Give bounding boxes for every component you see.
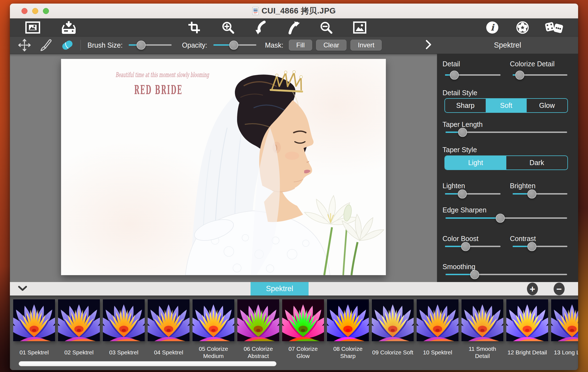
preset-thumbnail[interactable] [506, 299, 548, 341]
detail-style-soft[interactable]: Soft [486, 99, 526, 112]
toolbar-divider [80, 40, 81, 50]
preset-thumbnail[interactable] [237, 299, 279, 341]
minimize-button[interactable] [32, 8, 38, 14]
edge-sharpen-slider[interactable] [446, 214, 567, 223]
brush-size-slider[interactable] [129, 40, 172, 50]
preset-item[interactable]: 11 Smooth Detail [461, 299, 503, 360]
preset-label: 11 Smooth Detail [461, 344, 503, 360]
preset-item[interactable]: 04 Spektrel [148, 299, 189, 360]
app-window: CUI_4866 拷贝.JPG [10, 4, 578, 370]
mask-fill-button[interactable]: Fill [289, 40, 312, 51]
preset-thumbnail[interactable] [13, 299, 55, 341]
preset-item[interactable]: 06 Colorize Abstract [237, 299, 279, 360]
preset-item[interactable]: 05 Colorize Medium [193, 299, 234, 360]
smoothing-slider[interactable] [446, 270, 567, 279]
export-save-icon[interactable] [62, 21, 76, 34]
close-button[interactable] [21, 8, 28, 14]
filmstrip-scrollbar[interactable] [19, 361, 276, 366]
brush-tool-icon[interactable] [38, 37, 54, 53]
preset-label: 04 Spektrel [148, 344, 189, 360]
about-flower-icon[interactable] [516, 21, 529, 34]
preset-label: 05 Colorize Medium [193, 344, 234, 360]
randomize-dice-icon[interactable] [544, 21, 564, 34]
preset-label: 06 Colorize Abstract [237, 344, 279, 360]
preset-item[interactable]: 01 Spektrel [13, 299, 55, 360]
add-preset-button[interactable]: + [527, 283, 538, 295]
preset-item[interactable]: 12 Bright Detail [506, 299, 548, 360]
preset-item[interactable]: 13 Long Lines [551, 299, 578, 360]
zoom-out-icon[interactable] [320, 21, 333, 34]
taper-style-light[interactable]: Light [445, 156, 506, 169]
mask-clear-button[interactable]: Clear [316, 40, 347, 51]
brighten-slider[interactable] [513, 189, 567, 199]
preset-item[interactable]: 10 Spektrel [417, 299, 458, 360]
photo-canvas[interactable]: Beautiful time at this moment slowly blo… [61, 59, 386, 275]
lotus-thumbnail-image [103, 299, 145, 341]
photo-script-text: Beautiful time at this moment slowly blo… [116, 71, 210, 79]
opacity-slider[interactable] [213, 40, 256, 50]
traffic-lights [21, 4, 49, 18]
panel-header: Spektrel [437, 37, 578, 54]
main-toolbar: i [10, 18, 578, 37]
mask-label: Mask: [265, 41, 284, 49]
preset-label: 13 Long Lines [551, 344, 578, 360]
canvas-area[interactable]: Beautiful time at this moment slowly blo… [10, 54, 437, 282]
preset-list: 01 Spektrel 02 Spektrel 03 Spektrel [10, 299, 578, 360]
lotus-thumbnail-image [13, 299, 55, 341]
undo-icon[interactable] [254, 21, 266, 34]
preset-filmstrip: 01 Spektrel 02 Spektrel 03 Spektrel [10, 296, 578, 370]
eraser-tool-icon[interactable] [59, 37, 75, 53]
preset-thumbnail[interactable] [327, 299, 369, 341]
detail-style-sharp[interactable]: Sharp [445, 99, 486, 112]
collapse-presets-chevron-icon[interactable] [18, 286, 27, 292]
taper-style-segmented: Light Dark [444, 155, 568, 170]
open-image-icon[interactable] [25, 21, 40, 34]
colorize-detail-slider[interactable] [513, 70, 567, 80]
remove-preset-button[interactable]: − [554, 283, 565, 295]
preset-thumbnail[interactable] [103, 299, 145, 341]
preset-thumbnail[interactable] [193, 299, 234, 341]
contrast-slider[interactable] [513, 242, 567, 251]
detail-slider[interactable] [445, 70, 501, 80]
preset-thumbnail[interactable] [58, 299, 100, 341]
preset-thumbnail[interactable] [148, 299, 189, 341]
zoom-in-icon[interactable] [221, 21, 235, 34]
lotus-thumbnail-image [327, 299, 369, 341]
lotus-thumbnail-image [461, 299, 503, 341]
detail-style-glow[interactable]: Glow [527, 99, 567, 112]
opacity-label: Opacity: [182, 41, 207, 49]
current-preset-button[interactable]: Spektrel [251, 282, 309, 296]
photo-title-text: RED BRIDE [134, 83, 183, 97]
preset-item[interactable]: 08 Colorize Sharp [327, 299, 369, 360]
document-icon [252, 7, 259, 15]
preset-thumbnail[interactable] [461, 299, 503, 341]
preset-item[interactable]: 03 Spektrel [103, 299, 145, 360]
move-tool-icon[interactable] [17, 37, 32, 53]
preset-item[interactable]: 09 Colorize Soft [372, 299, 414, 360]
color-boost-slider[interactable] [445, 242, 501, 251]
image-preview-icon[interactable] [353, 21, 366, 34]
redo-icon[interactable] [288, 21, 300, 34]
mask-invert-button[interactable]: Invert [350, 40, 382, 51]
taper-length-label: Taper Length [443, 121, 483, 128]
preset-item[interactable]: 02 Spektrel [58, 299, 100, 360]
crop-icon[interactable] [188, 21, 201, 34]
taper-length-slider[interactable] [446, 128, 567, 137]
preset-thumbnail[interactable] [372, 299, 414, 341]
collapse-options-chevron-icon[interactable] [425, 40, 432, 50]
brighten-label: Brighten [510, 182, 535, 190]
taper-style-dark[interactable]: Dark [506, 156, 568, 169]
preset-item[interactable]: 07 Colorize Glow [282, 299, 324, 360]
lotus-thumbnail-image [148, 299, 189, 341]
edge-sharpen-label: Edge Sharpen [443, 206, 487, 214]
preset-thumbnail[interactable] [417, 299, 458, 341]
preset-thumbnail[interactable] [551, 299, 578, 341]
preset-label: 03 Spektrel [103, 344, 145, 360]
preset-thumbnail[interactable] [282, 299, 324, 341]
info-icon[interactable]: i [486, 21, 499, 34]
lotus-thumbnail-image [58, 299, 100, 341]
zoom-button[interactable] [43, 8, 49, 14]
preset-label: 12 Bright Detail [506, 344, 548, 360]
lotus-thumbnail-image [417, 299, 458, 341]
lighten-slider[interactable] [445, 189, 501, 199]
